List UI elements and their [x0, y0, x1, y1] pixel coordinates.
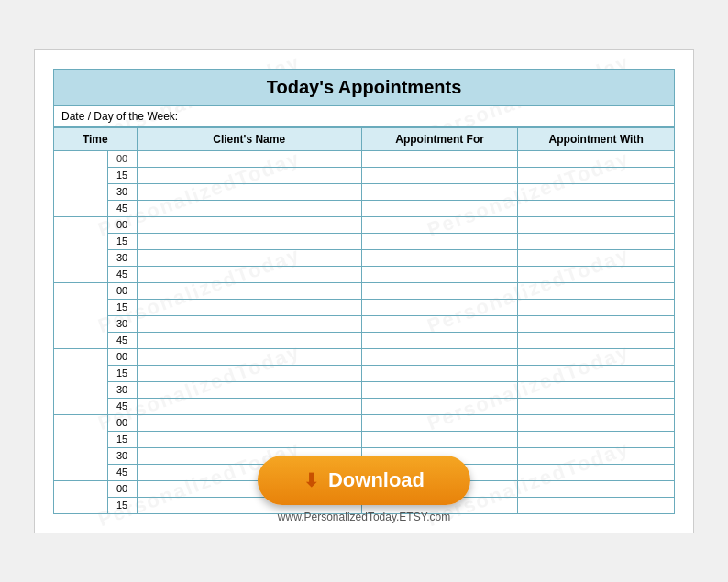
client-name-cell [137, 183, 361, 200]
appt-for-cell [361, 315, 518, 332]
client-name-cell [137, 315, 361, 332]
appt-for-cell [361, 167, 518, 183]
appt-for-cell [361, 200, 518, 216]
table-row: 15 [54, 299, 675, 315]
hour-cell [54, 216, 108, 282]
minute-cell: 15 [107, 365, 137, 381]
client-name-cell [137, 200, 361, 216]
minute-cell: 15 [107, 233, 137, 249]
appt-with-cell [518, 216, 675, 233]
minute-cell: 00 [107, 150, 137, 167]
client-name-cell [137, 365, 361, 381]
appt-for-cell [361, 216, 518, 233]
appt-with-cell [518, 398, 675, 414]
client-name-cell [137, 299, 361, 315]
appt-with-cell [518, 315, 675, 332]
download-arrow-icon: ⬇ [303, 469, 319, 491]
client-name-cell [137, 381, 361, 398]
appt-for-cell [361, 348, 518, 365]
appt-with-cell [518, 183, 675, 200]
client-name-cell [137, 332, 361, 348]
download-button[interactable]: ⬇ Download [258, 456, 470, 505]
minute-cell: 30 [107, 249, 137, 266]
table-row: 15 [54, 167, 675, 183]
appt-with-cell [518, 348, 675, 365]
appt-with-cell [518, 167, 675, 183]
appt-with-cell [518, 365, 675, 381]
hour-cell [54, 282, 108, 348]
appt-with-cell [518, 233, 675, 249]
table-row: 00 [54, 414, 675, 431]
table-row: 30 [54, 249, 675, 266]
appt-for-cell [361, 381, 518, 398]
appt-with-cell [518, 414, 675, 431]
appt-with-cell [518, 464, 675, 480]
col-header-appointment-with: Appointment With [518, 127, 675, 150]
appt-for-cell [361, 332, 518, 348]
client-name-cell [137, 167, 361, 183]
table-row: 15 [54, 431, 675, 447]
minute-cell: 15 [107, 167, 137, 183]
appt-for-cell [361, 266, 518, 282]
appt-for-cell [361, 431, 518, 447]
client-name-cell [137, 282, 361, 299]
appt-with-cell [518, 332, 675, 348]
minute-cell: 30 [107, 183, 137, 200]
appt-with-cell [518, 431, 675, 447]
minute-cell: 45 [107, 200, 137, 216]
client-name-cell [137, 150, 361, 167]
client-name-cell [137, 266, 361, 282]
appt-with-cell [518, 447, 675, 464]
appt-with-cell [518, 200, 675, 216]
appt-for-cell [361, 282, 518, 299]
table-row: 00 [54, 348, 675, 365]
client-name-cell [137, 216, 361, 233]
table-row: 30 [54, 381, 675, 398]
minute-cell: 15 [107, 299, 137, 315]
appt-for-cell [361, 365, 518, 381]
appt-with-cell [518, 249, 675, 266]
client-name-cell [137, 348, 361, 365]
page-title: Today's Appointments [53, 69, 675, 106]
client-name-cell [137, 398, 361, 414]
appt-with-cell [518, 381, 675, 398]
download-overlay: ⬇ Download [258, 456, 470, 505]
minute-cell: 00 [107, 480, 137, 497]
minute-cell: 30 [107, 315, 137, 332]
appt-for-cell [361, 249, 518, 266]
table-row: 45 [54, 332, 675, 348]
table-row: 00 [54, 216, 675, 233]
hour-cell [54, 150, 108, 216]
appt-for-cell [361, 414, 518, 431]
table-row: 00 [54, 282, 675, 299]
minute-cell: 00 [107, 414, 137, 431]
appt-with-cell [518, 480, 675, 497]
col-header-client-name: Client's Name [137, 127, 361, 150]
minute-cell: 45 [107, 464, 137, 480]
client-name-cell [137, 431, 361, 447]
download-label: Download [328, 468, 425, 492]
table-row: 45 [54, 398, 675, 414]
minute-cell: 00 [107, 348, 137, 365]
client-name-cell [137, 414, 361, 431]
hour-cell [54, 414, 108, 480]
table-row: 15 [54, 233, 675, 249]
appt-for-cell [361, 183, 518, 200]
client-name-cell [137, 233, 361, 249]
appt-with-cell [518, 266, 675, 282]
table-row: 45 [54, 266, 675, 282]
table-row: 30 [54, 315, 675, 332]
date-row: Date / Day of the Week: [53, 106, 675, 127]
table-row: 45 [54, 200, 675, 216]
hour-cell [54, 480, 108, 513]
appt-with-cell [518, 150, 675, 167]
appt-for-cell [361, 150, 518, 167]
minute-cell: 00 [107, 216, 137, 233]
minute-cell: 45 [107, 398, 137, 414]
appt-with-cell [518, 282, 675, 299]
minute-cell: 45 [107, 266, 137, 282]
appt-with-cell [518, 299, 675, 315]
minute-cell: 30 [107, 447, 137, 464]
client-name-cell [137, 249, 361, 266]
appt-for-cell [361, 398, 518, 414]
